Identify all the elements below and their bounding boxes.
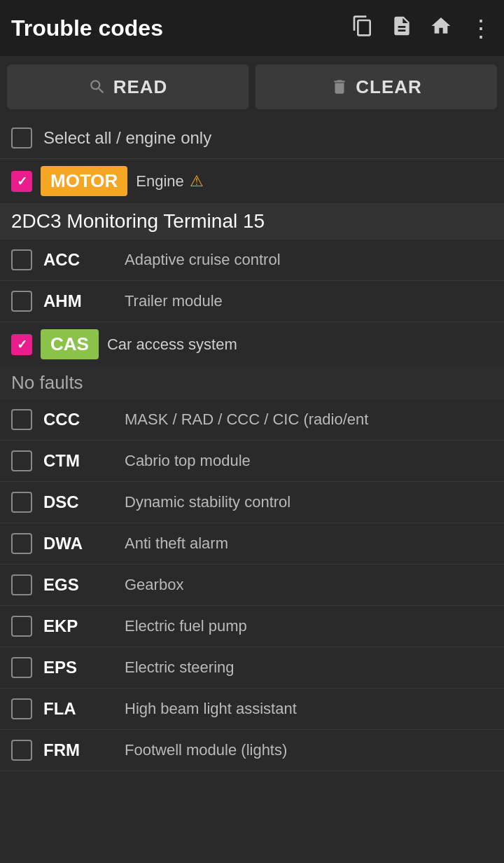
file-icon[interactable]: [391, 15, 413, 42]
frm-checkbox[interactable]: [11, 740, 32, 761]
more-options-icon[interactable]: ⋮: [469, 14, 493, 42]
item-code-ahm: AHM: [43, 291, 113, 311]
item-desc-ekp: Electric fuel pump: [125, 617, 493, 635]
page-title: Trouble codes: [11, 15, 351, 41]
motor-checkbox[interactable]: [11, 171, 32, 192]
read-button[interactable]: READ: [7, 64, 248, 109]
ctm-checkbox[interactable]: [11, 450, 32, 471]
ekp-checkbox[interactable]: [11, 616, 32, 637]
item-desc-frm: Footwell module (lights): [125, 741, 493, 759]
item-code-fla: FLA: [43, 699, 113, 719]
fla-checkbox[interactable]: [11, 698, 32, 719]
ccc-checkbox[interactable]: [11, 409, 32, 430]
list-item[interactable]: CTM Cabrio top module: [0, 441, 504, 482]
header-icons: ⋮: [351, 14, 493, 42]
cas-checkbox[interactable]: [11, 334, 32, 355]
select-all-label: Select all / engine only: [43, 128, 211, 148]
item-desc-egs: Gearbox: [125, 576, 493, 594]
item-code-acc: ACC: [43, 250, 113, 270]
list-item[interactable]: EPS Electric steering: [0, 647, 504, 689]
no-faults-label: No faults: [0, 366, 504, 399]
item-code-ccc: CCC: [43, 410, 113, 429]
item-desc-dsc: Dynamic stability control: [125, 493, 493, 511]
list-item[interactable]: FLA High beam light assistant: [0, 689, 504, 730]
list-item[interactable]: FRM Footwell module (lights): [0, 730, 504, 771]
read-label: READ: [113, 76, 168, 98]
clear-label: CLEAR: [356, 76, 422, 98]
dwa-checkbox[interactable]: [11, 533, 32, 554]
select-all-checkbox[interactable]: [11, 127, 32, 149]
item-code-frm: FRM: [43, 740, 113, 760]
egs-checkbox[interactable]: [11, 574, 32, 595]
action-bar: READ CLEAR: [0, 56, 504, 118]
ahm-checkbox[interactable]: [11, 291, 32, 312]
warning-icon: ⚠: [190, 172, 204, 191]
item-code-egs: EGS: [43, 575, 113, 595]
acc-checkbox[interactable]: [11, 249, 32, 270]
cas-description: Car access system: [107, 336, 237, 354]
cas-tag[interactable]: CAS: [41, 329, 99, 359]
list-item[interactable]: EGS Gearbox: [0, 565, 504, 606]
dsc-checkbox[interactable]: [11, 492, 32, 513]
motor-module-header: MOTOR Engine ⚠: [0, 159, 504, 203]
select-all-row[interactable]: Select all / engine only: [0, 118, 504, 159]
item-desc-acc: Adaptive cruise control: [125, 251, 493, 269]
delete-icon: [330, 78, 349, 96]
motor-tag[interactable]: MOTOR: [41, 166, 127, 196]
list-item[interactable]: ACC Adaptive cruise control: [0, 240, 504, 281]
item-code-ctm: CTM: [43, 451, 113, 471]
list-item[interactable]: CCC MASK / RAD / CCC / CIC (radio/ent: [0, 399, 504, 441]
item-code-ekp: EKP: [43, 616, 113, 636]
home-icon[interactable]: [430, 15, 452, 42]
cas-module-header: CAS Car access system: [0, 322, 504, 366]
copy-icon[interactable]: [351, 15, 374, 42]
list-item[interactable]: AHM Trailer module: [0, 281, 504, 322]
eps-checkbox[interactable]: [11, 657, 32, 678]
search-icon: [88, 78, 106, 96]
header: Trouble codes ⋮: [0, 0, 504, 56]
item-desc-ctm: Cabrio top module: [125, 452, 493, 470]
item-desc-eps: Electric steering: [125, 658, 493, 677]
item-code-eps: EPS: [43, 658, 113, 677]
motor-description: Engine ⚠: [136, 172, 204, 191]
clear-button[interactable]: CLEAR: [255, 64, 497, 109]
list-item[interactable]: EKP Electric fuel pump: [0, 606, 504, 647]
list-item[interactable]: DSC Dynamic stability control: [0, 482, 504, 523]
item-code-dsc: DSC: [43, 492, 113, 512]
item-code-dwa: DWA: [43, 534, 113, 553]
list-item[interactable]: DWA Anti theft alarm: [0, 523, 504, 565]
group-label-motor: 2DC3 Monitoring Terminal 15: [0, 203, 504, 240]
item-desc-dwa: Anti theft alarm: [125, 534, 493, 553]
item-desc-fla: High beam light assistant: [125, 700, 493, 718]
item-desc-ahm: Trailer module: [125, 292, 493, 310]
item-desc-ccc: MASK / RAD / CCC / CIC (radio/ent: [125, 410, 493, 429]
